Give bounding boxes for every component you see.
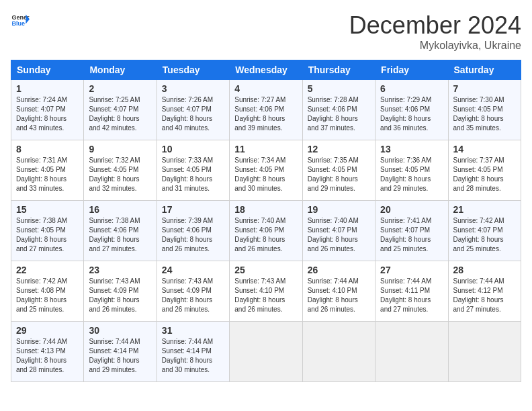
daylight-label: Daylight: 8 hours and 29 minutes. bbox=[380, 175, 431, 192]
sunrise-label: Sunrise: 7:44 AM bbox=[162, 338, 213, 345]
header-saturday: Saturday bbox=[448, 60, 521, 80]
day-info: Sunrise: 7:32 AM Sunset: 4:05 PM Dayligh… bbox=[89, 156, 151, 193]
calendar-cell: 7 Sunrise: 7:30 AM Sunset: 4:05 PM Dayli… bbox=[448, 80, 521, 140]
header-friday: Friday bbox=[375, 60, 448, 80]
calendar-week-row: 22 Sunrise: 7:42 AM Sunset: 4:08 PM Dayl… bbox=[11, 261, 521, 322]
day-number: 6 bbox=[380, 83, 443, 94]
daylight-label: Daylight: 8 hours and 29 minutes. bbox=[89, 357, 139, 373]
sunrise-label: Sunrise: 7:44 AM bbox=[308, 277, 359, 285]
sunset-label: Sunset: 4:05 PM bbox=[89, 166, 138, 173]
logo: General Blue bbox=[11, 11, 30, 30]
sunrise-label: Sunrise: 7:44 AM bbox=[380, 277, 431, 285]
calendar-cell: 29 Sunrise: 7:44 AM Sunset: 4:13 PM Dayl… bbox=[11, 322, 84, 382]
sunrise-label: Sunrise: 7:28 AM bbox=[308, 96, 359, 103]
calendar-cell bbox=[375, 322, 448, 382]
day-info: Sunrise: 7:40 AM Sunset: 4:07 PM Dayligh… bbox=[308, 216, 370, 254]
day-info: Sunrise: 7:44 AM Sunset: 4:14 PM Dayligh… bbox=[89, 337, 151, 375]
daylight-label: Daylight: 8 hours and 40 minutes. bbox=[162, 115, 212, 132]
sunset-label: Sunset: 4:06 PM bbox=[162, 226, 212, 234]
day-number: 23 bbox=[89, 265, 151, 275]
calendar-week-row: 29 Sunrise: 7:44 AM Sunset: 4:13 PM Dayl… bbox=[11, 322, 521, 382]
sunrise-label: Sunrise: 7:34 AM bbox=[234, 156, 285, 164]
daylight-label: Daylight: 8 hours and 27 minutes. bbox=[16, 236, 66, 253]
calendar-cell: 6 Sunrise: 7:29 AM Sunset: 4:06 PM Dayli… bbox=[375, 80, 448, 140]
sunset-label: Sunset: 4:05 PM bbox=[453, 105, 503, 113]
daylight-label: Daylight: 8 hours and 33 minutes. bbox=[16, 175, 66, 192]
day-info: Sunrise: 7:29 AM Sunset: 4:06 PM Dayligh… bbox=[380, 95, 443, 133]
day-number: 21 bbox=[453, 204, 516, 215]
sunrise-label: Sunrise: 7:38 AM bbox=[16, 217, 67, 224]
sunrise-label: Sunrise: 7:41 AM bbox=[380, 217, 431, 224]
day-number: 16 bbox=[89, 204, 151, 215]
sunrise-label: Sunrise: 7:26 AM bbox=[162, 96, 213, 103]
calendar-cell: 30 Sunrise: 7:44 AM Sunset: 4:14 PM Dayl… bbox=[84, 322, 157, 382]
day-number: 4 bbox=[234, 83, 297, 94]
day-number: 25 bbox=[234, 265, 297, 275]
day-info: Sunrise: 7:24 AM Sunset: 4:07 PM Dayligh… bbox=[16, 95, 79, 133]
day-info: Sunrise: 7:38 AM Sunset: 4:05 PM Dayligh… bbox=[16, 216, 79, 254]
daylight-label: Daylight: 8 hours and 30 minutes. bbox=[162, 357, 212, 373]
day-number: 10 bbox=[162, 144, 224, 154]
sunset-label: Sunset: 4:05 PM bbox=[380, 166, 430, 173]
daylight-label: Daylight: 8 hours and 26 minutes. bbox=[89, 296, 139, 313]
calendar-cell: 27 Sunrise: 7:44 AM Sunset: 4:11 PM Dayl… bbox=[375, 261, 448, 322]
calendar-cell: 3 Sunrise: 7:26 AM Sunset: 4:07 PM Dayli… bbox=[157, 80, 229, 140]
calendar-cell: 24 Sunrise: 7:43 AM Sunset: 4:09 PM Dayl… bbox=[157, 261, 229, 322]
calendar-cell: 11 Sunrise: 7:34 AM Sunset: 4:05 PM Dayl… bbox=[230, 140, 302, 201]
daylight-label: Daylight: 8 hours and 25 minutes. bbox=[380, 236, 431, 253]
calendar-week-row: 1 Sunrise: 7:24 AM Sunset: 4:07 PM Dayli… bbox=[11, 80, 521, 140]
calendar-cell: 5 Sunrise: 7:28 AM Sunset: 4:06 PM Dayli… bbox=[302, 80, 375, 140]
sunrise-label: Sunrise: 7:39 AM bbox=[162, 217, 213, 224]
daylight-label: Daylight: 8 hours and 27 minutes. bbox=[380, 296, 431, 313]
day-info: Sunrise: 7:31 AM Sunset: 4:05 PM Dayligh… bbox=[16, 156, 79, 193]
day-info: Sunrise: 7:25 AM Sunset: 4:07 PM Dayligh… bbox=[89, 95, 151, 133]
daylight-label: Daylight: 8 hours and 29 minutes. bbox=[308, 175, 358, 192]
calendar-cell: 31 Sunrise: 7:44 AM Sunset: 4:14 PM Dayl… bbox=[157, 322, 229, 382]
daylight-label: Daylight: 8 hours and 43 minutes. bbox=[16, 115, 66, 132]
sunset-label: Sunset: 4:05 PM bbox=[308, 166, 357, 173]
daylight-label: Daylight: 8 hours and 25 minutes. bbox=[16, 296, 66, 313]
day-info: Sunrise: 7:39 AM Sunset: 4:06 PM Dayligh… bbox=[162, 216, 224, 254]
calendar-cell: 2 Sunrise: 7:25 AM Sunset: 4:07 PM Dayli… bbox=[84, 80, 157, 140]
daylight-label: Daylight: 8 hours and 27 minutes. bbox=[453, 296, 504, 313]
sunrise-label: Sunrise: 7:35 AM bbox=[308, 156, 359, 164]
daylight-label: Daylight: 8 hours and 28 minutes. bbox=[453, 175, 504, 192]
day-info: Sunrise: 7:40 AM Sunset: 4:06 PM Dayligh… bbox=[234, 216, 297, 254]
calendar-cell bbox=[302, 322, 375, 382]
sunset-label: Sunset: 4:07 PM bbox=[162, 105, 212, 113]
sunrise-label: Sunrise: 7:42 AM bbox=[16, 277, 67, 285]
daylight-label: Daylight: 8 hours and 39 minutes. bbox=[234, 115, 285, 132]
sunrise-label: Sunrise: 7:43 AM bbox=[89, 277, 140, 285]
page-header: General Blue December 2024 Mykolayivka, … bbox=[11, 11, 521, 52]
sunrise-label: Sunrise: 7:40 AM bbox=[234, 217, 285, 224]
sunrise-label: Sunrise: 7:29 AM bbox=[380, 96, 431, 103]
calendar-cell bbox=[448, 322, 521, 382]
day-number: 5 bbox=[308, 83, 370, 94]
day-number: 11 bbox=[234, 144, 297, 154]
daylight-label: Daylight: 8 hours and 37 minutes. bbox=[308, 115, 358, 132]
sunset-label: Sunset: 4:06 PM bbox=[234, 226, 284, 234]
day-number: 13 bbox=[380, 144, 443, 154]
sunset-label: Sunset: 4:05 PM bbox=[16, 166, 66, 173]
sunset-label: Sunset: 4:05 PM bbox=[16, 226, 66, 234]
daylight-label: Daylight: 8 hours and 36 minutes. bbox=[380, 115, 431, 132]
sunset-label: Sunset: 4:11 PM bbox=[380, 287, 430, 294]
day-number: 20 bbox=[380, 204, 443, 215]
sunset-label: Sunset: 4:07 PM bbox=[308, 226, 357, 234]
day-number: 17 bbox=[162, 204, 224, 215]
sunset-label: Sunset: 4:07 PM bbox=[16, 105, 66, 113]
daylight-label: Daylight: 8 hours and 27 minutes. bbox=[89, 236, 139, 253]
day-info: Sunrise: 7:44 AM Sunset: 4:11 PM Dayligh… bbox=[380, 277, 443, 314]
calendar-cell: 4 Sunrise: 7:27 AM Sunset: 4:06 PM Dayli… bbox=[230, 80, 302, 140]
day-info: Sunrise: 7:44 AM Sunset: 4:14 PM Dayligh… bbox=[162, 337, 224, 375]
day-info: Sunrise: 7:44 AM Sunset: 4:13 PM Dayligh… bbox=[16, 337, 79, 375]
day-info: Sunrise: 7:44 AM Sunset: 4:12 PM Dayligh… bbox=[453, 277, 516, 314]
logo-icon: General Blue bbox=[11, 11, 30, 30]
day-number: 15 bbox=[16, 204, 79, 215]
weekday-header-row: Sunday Monday Tuesday Wednesday Thursday… bbox=[11, 60, 521, 80]
day-info: Sunrise: 7:42 AM Sunset: 4:08 PM Dayligh… bbox=[16, 277, 79, 314]
daylight-label: Daylight: 8 hours and 31 minutes. bbox=[162, 175, 212, 192]
day-info: Sunrise: 7:42 AM Sunset: 4:07 PM Dayligh… bbox=[453, 216, 516, 254]
calendar-table: Sunday Monday Tuesday Wednesday Thursday… bbox=[11, 60, 521, 382]
sunrise-label: Sunrise: 7:27 AM bbox=[234, 96, 285, 103]
